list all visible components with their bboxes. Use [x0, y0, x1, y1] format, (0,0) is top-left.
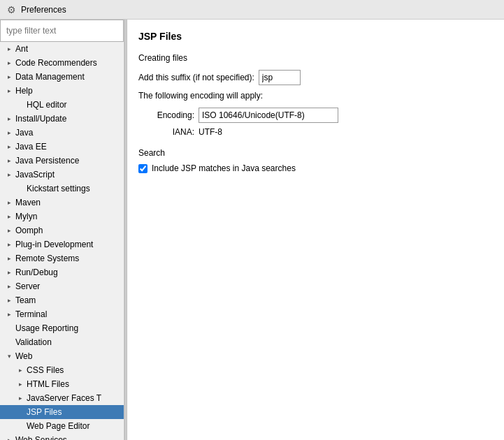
sidebar-item-plugin-development[interactable]: ▸Plug-in Development: [0, 237, 124, 251]
sidebar-item-label-web-page-editor: Web Page Editor: [27, 421, 90, 431]
sidebar-item-oomph[interactable]: ▸Oomph: [0, 223, 124, 237]
sidebar-item-label-terminal: Terminal: [15, 309, 47, 319]
expand-icon-install-update: ▸: [4, 114, 14, 124]
tree-container: ▸Ant▸Code Recommenders▸Data Management▸H…: [0, 42, 124, 440]
encoding-apply-label: The following encoding will apply:: [138, 91, 263, 101]
sidebar-item-terminal[interactable]: ▸Terminal: [0, 307, 124, 321]
expand-icon-kickstart-settings: [15, 184, 25, 193]
sidebar-item-data-management[interactable]: ▸Data Management: [0, 70, 124, 84]
sidebar-item-label-java: Java: [15, 128, 33, 138]
sidebar-item-label-css-files: CSS Files: [27, 365, 64, 375]
expand-icon-plugin-development: ▸: [4, 240, 14, 249]
expand-icon-javaserver-faces: ▸: [15, 393, 25, 403]
creating-files-section: Creating files: [138, 53, 493, 63]
expand-icon-css-files: ▸: [15, 365, 25, 375]
expand-icon-java: ▸: [4, 128, 14, 138]
expand-icon-java-persistence: ▸: [4, 156, 14, 166]
sidebar-item-label-usage-reporting: Usage Reporting: [15, 323, 78, 333]
expand-icon-validation: [4, 337, 14, 347]
page-title: JSP Files: [138, 31, 493, 42]
sidebar-item-server[interactable]: ▸Server: [0, 279, 124, 293]
sidebar-item-help[interactable]: ▸Help: [0, 84, 124, 98]
expand-icon-run-debug: ▸: [4, 267, 14, 277]
sidebar-item-remote-systems[interactable]: ▸Remote Systems: [0, 251, 124, 265]
sidebar-item-label-ant: Ant: [15, 44, 28, 54]
expand-icon-remote-systems: ▸: [4, 254, 14, 263]
sidebar-item-web-page-editor[interactable]: Web Page Editor: [0, 419, 124, 433]
sidebar-item-install-update[interactable]: ▸Install/Update: [0, 112, 124, 126]
sidebar-item-label-java-persistence: Java Persistence: [15, 156, 79, 166]
sidebar-item-maven[interactable]: ▸Maven: [0, 196, 124, 210]
expand-icon-help: ▸: [4, 86, 14, 96]
sidebar-item-kickstart-settings[interactable]: Kickstart settings: [0, 182, 124, 196]
search-section-title: Search: [138, 148, 493, 158]
sidebar-item-javascript[interactable]: ▸JavaScript: [0, 168, 124, 182]
sidebar-item-label-hql-editor: HQL editor: [27, 100, 67, 110]
sidebar-item-ant[interactable]: ▸Ant: [0, 42, 124, 56]
sidebar-item-code-recommenders[interactable]: ▸Code Recommenders: [0, 56, 124, 70]
expand-icon-web: ▾: [4, 351, 14, 361]
encoding-value[interactable]: ISO 10646/Unicode(UTF-8): [199, 108, 338, 123]
suffix-input[interactable]: [259, 70, 301, 85]
sidebar-item-label-web-services: Web Services: [15, 435, 67, 440]
sidebar-item-label-mylyn: Mylyn: [15, 212, 37, 221]
sidebar-item-label-jsp-files: JSP Files: [27, 407, 62, 417]
sidebar-item-validation[interactable]: Validation: [0, 335, 124, 349]
expand-icon-terminal: ▸: [4, 309, 14, 319]
expand-icon-server: ▸: [4, 281, 14, 291]
sidebar-item-label-install-update: Install/Update: [15, 114, 66, 124]
expand-icon-java-ee: ▸: [4, 142, 14, 152]
sidebar-item-label-remote-systems: Remote Systems: [15, 254, 79, 263]
sidebar-item-label-java-ee: Java EE: [15, 142, 47, 152]
expand-icon-web-page-editor: [15, 421, 25, 431]
sidebar-item-label-run-debug: Run/Debug: [15, 267, 58, 277]
expand-icon-ant: ▸: [4, 44, 14, 54]
expand-icon-oomph: ▸: [4, 226, 14, 235]
encoding-label: Encoding:: [138, 110, 194, 120]
sidebar-item-html-files[interactable]: ▸HTML Files: [0, 377, 124, 391]
sidebar-item-run-debug[interactable]: ▸Run/Debug: [0, 265, 124, 279]
sidebar-item-mylyn[interactable]: ▸Mylyn: [0, 210, 124, 223]
sidebar-item-label-html-files: HTML Files: [27, 379, 69, 389]
sidebar-item-label-team: Team: [15, 295, 36, 305]
title-bar: ⚙ Preferences: [0, 0, 504, 20]
sidebar-item-label-server: Server: [15, 281, 40, 291]
sidebar-item-hql-editor[interactable]: HQL editor: [0, 98, 124, 112]
preferences-icon: ⚙: [6, 4, 17, 15]
expand-icon-team: ▸: [4, 295, 14, 305]
expand-icon-code-recommenders: ▸: [4, 58, 14, 68]
sidebar-item-label-code-recommenders: Code Recommenders: [15, 58, 97, 68]
title-bar-text: Preferences: [21, 5, 66, 15]
expand-icon-jsp-files: [15, 407, 25, 417]
sidebar-item-java-ee[interactable]: ▸Java EE: [0, 140, 124, 154]
sidebar-item-label-oomph: Oomph: [15, 226, 43, 235]
expand-icon-mylyn: ▸: [4, 212, 14, 221]
expand-icon-usage-reporting: [4, 323, 14, 333]
sidebar-item-jsp-files[interactable]: JSP Files: [0, 405, 124, 419]
sidebar-item-java-persistence[interactable]: ▸Java Persistence: [0, 154, 124, 168]
expand-icon-data-management: ▸: [4, 72, 14, 82]
expand-icon-javascript: ▸: [4, 170, 14, 179]
search-input[interactable]: [0, 20, 124, 42]
sidebar-item-css-files[interactable]: ▸CSS Files: [0, 363, 124, 377]
sidebar-item-label-validation: Validation: [15, 337, 52, 347]
sidebar-item-javaserver-faces[interactable]: ▸JavaServer Faces T: [0, 391, 124, 405]
include-jsp-checkbox[interactable]: [138, 164, 147, 173]
include-jsp-label: Include JSP matches in Java searches: [152, 163, 296, 173]
sidebar-item-label-javascript: JavaScript: [15, 170, 55, 179]
sidebar-item-label-data-management: Data Management: [15, 72, 85, 82]
sidebar-item-label-javaserver-faces: JavaServer Faces T: [27, 393, 101, 403]
sidebar-item-web[interactable]: ▾Web: [0, 349, 124, 363]
sidebar-item-web-services[interactable]: ▸Web Services: [0, 433, 124, 440]
expand-icon-maven: ▸: [4, 198, 14, 207]
sidebar-item-label-plugin-development: Plug-in Development: [15, 240, 93, 249]
iana-label: IANA:: [138, 127, 194, 137]
expand-icon-web-services: ▸: [4, 435, 14, 440]
sidebar-item-usage-reporting[interactable]: Usage Reporting: [0, 321, 124, 335]
sidebar-item-java[interactable]: ▸Java: [0, 126, 124, 140]
expand-icon-hql-editor: [15, 100, 25, 110]
sidebar-item-label-web: Web: [15, 351, 32, 361]
iana-value: UTF-8: [199, 127, 222, 137]
expand-icon-html-files: ▸: [15, 379, 25, 389]
sidebar-item-team[interactable]: ▸Team: [0, 293, 124, 307]
